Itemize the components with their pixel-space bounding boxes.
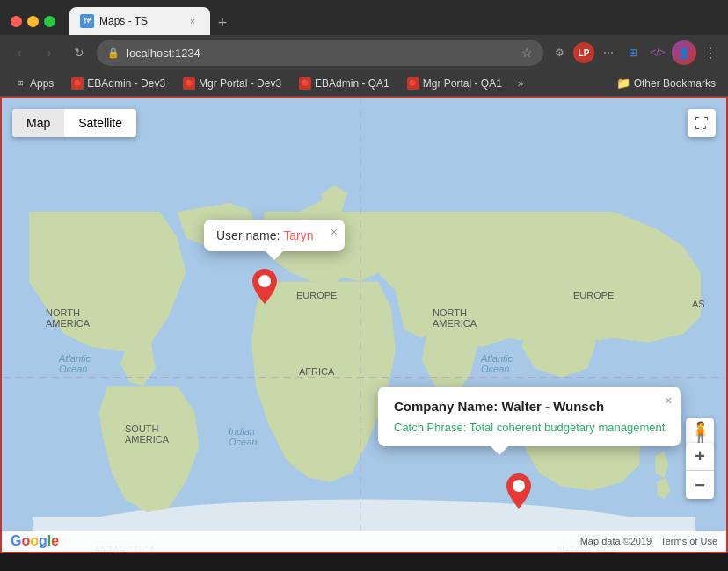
map-background: NORTH AMERICA SOUTH AMERICA EUROPE AFRIC… xyxy=(2,98,726,552)
zoom-out-button[interactable]: − xyxy=(686,471,714,499)
bookmarks-bar: ⊞ Apps 🔴 EBAdmin - Dev3 🔴 Mgr Portal - D… xyxy=(0,70,728,97)
lastpass-ext-icon[interactable]: LP xyxy=(573,42,594,63)
maximize-window-button[interactable] xyxy=(44,16,55,27)
user-popup: × User name: Taryn xyxy=(204,220,345,251)
extension-icons: ⚙ LP ⋯ ⊞ </> 👤 ⋮ xyxy=(549,40,721,65)
user-popup-close-button[interactable]: × xyxy=(331,225,338,239)
code-ext-icon[interactable]: </> xyxy=(647,42,668,63)
map-copyright: Map data ©2019 xyxy=(580,536,652,546)
user-popup-tail xyxy=(266,251,283,260)
ebadmin-qa1-favicon: 🔴 xyxy=(299,77,311,90)
bookmark-apps[interactable]: ⊞ Apps xyxy=(7,75,61,92)
company-popup-tail xyxy=(491,446,508,455)
map-footer: Google Map data ©2019 Terms of Use xyxy=(2,531,726,552)
tab-close-button[interactable]: × xyxy=(186,14,200,28)
address-bar[interactable]: 🔒 localhost:1234 ☆ xyxy=(97,40,543,66)
bookmark-ebadmin-qa1[interactable]: 🔴 EBAdmin - QA1 xyxy=(292,75,397,92)
mgr-qa1-favicon: 🔴 xyxy=(407,77,419,90)
user-popup-content: User name: Taryn xyxy=(216,228,332,242)
title-bar: 🗺 Maps - TS × + xyxy=(0,0,728,35)
company-popup-phrase: Catch Phrase: Total coherent budgetary m… xyxy=(394,421,665,434)
settings-ext-icon[interactable]: ⚙ xyxy=(549,42,570,63)
satellite-view-button[interactable]: Satellite xyxy=(64,109,136,137)
folder-icon: 📁 xyxy=(616,76,630,90)
map-container[interactable]: NORTH AMERICA SOUTH AMERICA EUROPE AFRIC… xyxy=(0,97,728,553)
address-text: localhost:1234 xyxy=(127,47,514,60)
map-footer-right: Map data ©2019 Terms of Use xyxy=(580,536,717,546)
terms-of-use-link[interactable]: Terms of Use xyxy=(660,536,717,546)
map-view-toggle: Map Satellite xyxy=(12,109,136,137)
grid-ext-icon[interactable]: ⊞ xyxy=(622,42,644,63)
tabs-area: 🗺 Maps - TS × + xyxy=(69,7,717,35)
bookmark-star-icon[interactable]: ☆ xyxy=(521,46,533,60)
ebadmin-dev3-favicon: 🔴 xyxy=(71,77,84,90)
reload-button[interactable]: ↻ xyxy=(67,40,91,65)
minimize-window-button[interactable] xyxy=(27,16,39,27)
apps-bookmark-favicon: ⊞ xyxy=(14,77,26,90)
bookmark-mgr-qa1[interactable]: 🔴 Mgr Portal - QA1 xyxy=(400,75,509,92)
more-ext-icon[interactable]: ⋯ xyxy=(598,42,619,63)
active-tab[interactable]: 🗺 Maps - TS × xyxy=(69,7,210,35)
back-button[interactable]: ‹ xyxy=(7,40,32,65)
new-tab-button[interactable]: + xyxy=(210,11,235,35)
map-svg xyxy=(2,98,726,552)
zoom-controls: + − xyxy=(686,443,714,499)
google-logo: Google xyxy=(11,533,59,549)
browser-menu-button[interactable]: ⋮ xyxy=(700,45,721,61)
company-pin[interactable] xyxy=(506,473,531,512)
bookmark-ebadmin-dev3[interactable]: 🔴 EBAdmin - Dev3 xyxy=(64,75,172,92)
map-view-button[interactable]: Map xyxy=(12,109,64,137)
other-bookmarks-button[interactable]: 📁 Other Bookmarks xyxy=(611,74,721,92)
bookmark-mgr-dev3[interactable]: 🔴 Mgr Portal - Dev3 xyxy=(176,75,288,92)
tab-favicon: 🗺 xyxy=(80,14,94,28)
forward-button[interactable]: › xyxy=(37,40,62,65)
svg-point-5 xyxy=(258,275,271,287)
map-fullscreen-button[interactable] xyxy=(688,109,716,137)
company-popup-title: Company Name: Walter - Wunsch xyxy=(394,399,665,414)
traffic-lights xyxy=(11,16,55,27)
zoom-in-button[interactable]: + xyxy=(686,443,714,471)
close-window-button[interactable] xyxy=(11,16,22,27)
company-popup: × Company Name: Walter - Wunsch Catch Ph… xyxy=(378,387,681,446)
bookmarks-more-button[interactable]: » xyxy=(513,75,529,92)
profile-button[interactable]: 👤 xyxy=(672,40,696,65)
svg-point-6 xyxy=(513,480,525,492)
lock-icon: 🔒 xyxy=(107,47,120,59)
company-popup-close-button[interactable]: × xyxy=(665,394,672,408)
mgr-dev3-favicon: 🔴 xyxy=(183,77,195,90)
nav-bar: ‹ › ↻ 🔒 localhost:1234 ☆ ⚙ LP ⋯ ⊞ </> 👤 … xyxy=(0,35,728,70)
tab-title: Maps - TS xyxy=(99,15,180,27)
user-pin[interactable] xyxy=(252,269,277,307)
